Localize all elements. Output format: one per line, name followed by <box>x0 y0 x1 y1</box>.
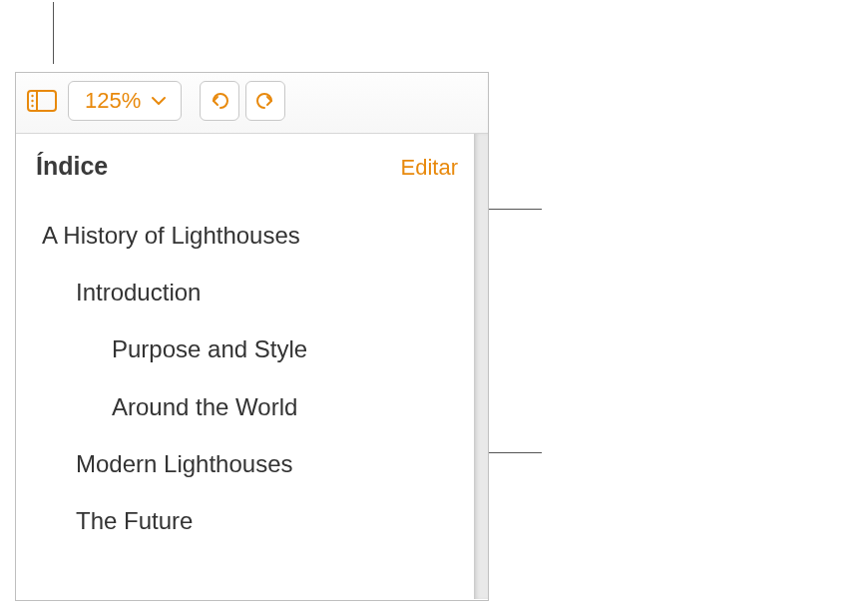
zoom-value: 125% <box>85 88 141 114</box>
svg-point-4 <box>31 105 33 107</box>
index-title: Índice <box>36 152 108 181</box>
index-header: Índice Editar <box>36 152 458 181</box>
toc-list: A History of Lighthouses Introduction Pu… <box>36 207 458 549</box>
zoom-select[interactable]: 125% <box>68 81 182 121</box>
document-edge <box>474 134 488 599</box>
view-menu-button[interactable] <box>26 87 58 115</box>
toc-item-label: Introduction <box>76 279 201 306</box>
callout-leader <box>53 2 54 64</box>
toc-item-label: Purpose and Style <box>112 335 307 362</box>
undo-button[interactable] <box>200 81 239 121</box>
toc-item[interactable]: Modern Lighthouses <box>36 435 458 492</box>
toolbar: 125% <box>16 73 488 133</box>
index-area: Índice Editar A History of Lighthouses I… <box>16 134 488 599</box>
toc-item[interactable]: Introduction <box>36 264 458 320</box>
index-content: Índice Editar A History of Lighthouses I… <box>16 134 474 599</box>
edit-button[interactable]: Editar <box>401 155 458 181</box>
chevron-down-icon <box>151 96 167 106</box>
toc-item[interactable]: A History of Lighthouses <box>36 207 458 264</box>
toc-item[interactable]: Around the World <box>36 378 458 435</box>
undo-redo-group <box>200 81 285 121</box>
sidebar-panel: 125% <box>15 72 489 601</box>
toc-item-label: The Future <box>76 507 193 534</box>
svg-point-2 <box>31 95 33 97</box>
redo-button[interactable] <box>245 81 285 121</box>
toc-item-label: Around the World <box>112 393 297 420</box>
sidebar-icon <box>27 88 57 114</box>
svg-point-3 <box>31 100 33 102</box>
toc-item[interactable]: The Future <box>36 492 458 549</box>
undo-icon <box>208 89 231 113</box>
toc-item-label: Modern Lighthouses <box>76 450 292 477</box>
redo-icon <box>253 89 277 113</box>
toc-item[interactable]: Purpose and Style <box>36 320 458 377</box>
toc-item-label: A History of Lighthouses <box>42 222 300 249</box>
